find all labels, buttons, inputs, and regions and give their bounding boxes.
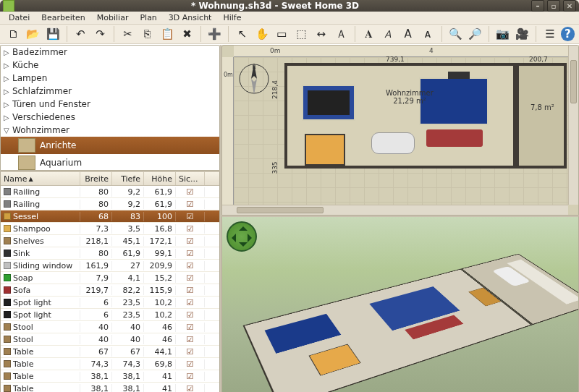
floorplan[interactable]: 739,1200,7218,4335Wohnzimmer21,29 m²7,8 … bbox=[284, 63, 572, 209]
plan-2d-view[interactable]: 0m48 0m N bbox=[221, 45, 579, 216]
toolbar-create-dimensions[interactable]: ↔ bbox=[312, 25, 330, 43]
catalog-category[interactable]: ▷Badezimmer bbox=[1, 46, 219, 59]
table-row[interactable]: Table38,138,141☑ bbox=[1, 370, 219, 383]
table-row[interactable]: Shelves218,145,1172,1☑ bbox=[1, 235, 219, 247]
catalog-category[interactable]: ▷Lampen bbox=[1, 72, 219, 85]
toolbar-create-walls[interactable]: ▭ bbox=[273, 25, 291, 43]
cell-visible-checkbox[interactable]: ☑ bbox=[176, 261, 205, 270]
menu-bearbeiten[interactable]: Bearbeiten bbox=[37, 12, 89, 24]
toolbar-create-rooms[interactable]: ⬚ bbox=[292, 25, 310, 43]
close-button[interactable]: ✕ bbox=[563, 0, 576, 12]
table-row[interactable]: Table74,374,369,8☑ bbox=[1, 358, 219, 370]
room-balcony[interactable] bbox=[516, 63, 567, 169]
table-row[interactable]: Shampoo7,33,516,8☑ bbox=[1, 223, 219, 235]
furniture-dining-table[interactable] bbox=[308, 90, 350, 115]
cell-visible-checkbox[interactable]: ☑ bbox=[176, 237, 205, 246]
table-body[interactable]: Railing809,261,9☑Railing809,261,9☑Sessel… bbox=[1, 186, 219, 392]
cell-visible-checkbox[interactable]: ☑ bbox=[176, 335, 205, 344]
toolbar-smaller[interactable]: ᴀ bbox=[418, 25, 436, 43]
cell-visible-checkbox[interactable]: ☑ bbox=[176, 298, 205, 307]
menu-3d-ansicht[interactable]: 3D Ansicht bbox=[164, 12, 216, 24]
toolbar-add-furniture[interactable]: ➕ bbox=[206, 25, 224, 43]
furniture-catalog[interactable]: ▷Badezimmer▷Küche▷Lampen▷Schlafzimmer▷Tü… bbox=[0, 45, 220, 171]
3d-scene[interactable] bbox=[243, 261, 579, 392]
triangle-down-icon[interactable]: ▽ bbox=[4, 127, 12, 135]
toolbar-cut[interactable]: ✂ bbox=[119, 25, 137, 43]
minimize-button[interactable]: – bbox=[531, 0, 544, 12]
cell-visible-checkbox[interactable]: ☑ bbox=[176, 384, 205, 393]
3d-nav-control[interactable] bbox=[227, 221, 257, 252]
toolbar-bigger[interactable]: A bbox=[399, 25, 417, 43]
toolbar-save[interactable]: 💾 bbox=[43, 25, 62, 43]
cell-visible-checkbox[interactable]: ☑ bbox=[176, 323, 205, 332]
toolbar-undo[interactable]: ↶ bbox=[72, 25, 90, 43]
table-row[interactable]: Spot light623,510,2☑ bbox=[1, 309, 219, 321]
column-sichtbar[interactable]: Sic... bbox=[176, 172, 205, 185]
catalog-category[interactable]: ▷Küche bbox=[1, 59, 219, 72]
table-row[interactable]: Stool404046☑ bbox=[1, 321, 219, 333]
menu-plan[interactable]: Plan bbox=[135, 12, 161, 24]
catalog-item[interactable]: Anrichte bbox=[1, 137, 219, 154]
table-row[interactable]: Stool404046☑ bbox=[1, 333, 219, 346]
menu-mobiliar[interactable]: Mobiliar bbox=[93, 12, 133, 24]
cell-visible-checkbox[interactable]: ☑ bbox=[176, 200, 205, 209]
column-breite[interactable]: Breite bbox=[80, 172, 112, 185]
toolbar-italic[interactable]: 𝘈 bbox=[379, 25, 397, 43]
toolbar-open[interactable]: 📂 bbox=[24, 25, 42, 43]
table-row[interactable]: Sliding window161,927209,9☑ bbox=[1, 260, 219, 272]
table-row[interactable]: Soap7,94,115,2☑ bbox=[1, 272, 219, 284]
table-row[interactable]: Sessel6883100☑ bbox=[1, 210, 219, 223]
table-row[interactable]: Railing809,261,9☑ bbox=[1, 198, 219, 210]
toolbar-photo[interactable]: 📷 bbox=[494, 25, 512, 43]
triangle-right-icon[interactable]: ▷ bbox=[4, 88, 12, 95]
column-name[interactable]: Name▲ bbox=[1, 172, 80, 185]
cell-visible-checkbox[interactable]: ☑ bbox=[176, 273, 205, 283]
cell-visible-checkbox[interactable]: ☑ bbox=[176, 372, 205, 381]
triangle-right-icon[interactable]: ▷ bbox=[4, 48, 12, 56]
maximize-button[interactable]: ▫ bbox=[547, 0, 560, 12]
cell-visible-checkbox[interactable]: ☑ bbox=[176, 286, 205, 295]
toolbar-zoom-in[interactable]: 🔍 bbox=[447, 25, 465, 43]
catalog-category[interactable]: ▷Verschiedenes bbox=[1, 111, 219, 124]
cell-visible-checkbox[interactable]: ☑ bbox=[176, 187, 205, 197]
plan-3d-view[interactable] bbox=[221, 216, 579, 392]
toolbar-video[interactable]: 🎥 bbox=[513, 25, 531, 43]
toolbar-paste[interactable]: 📋 bbox=[159, 25, 177, 43]
toolbar-select[interactable]: ↖ bbox=[233, 25, 251, 43]
toolbar-zoom-out[interactable]: 🔎 bbox=[466, 25, 484, 43]
furniture-tv[interactable] bbox=[448, 72, 470, 79]
plan-scrollbar-horizontal[interactable] bbox=[222, 205, 568, 215]
table-row[interactable]: Railing809,261,9☑ bbox=[1, 186, 219, 198]
table-row[interactable]: Table38,138,141☑ bbox=[1, 383, 219, 392]
toolbar-delete[interactable]: ✖ bbox=[178, 25, 196, 43]
catalog-category[interactable]: ▷Türen und Fenster bbox=[1, 98, 219, 111]
column-tiefe[interactable]: Tiefe bbox=[112, 172, 144, 185]
catalog-category[interactable]: ▷Schlafzimmer bbox=[1, 85, 219, 98]
toolbar-create-text[interactable]: Ａ bbox=[331, 25, 350, 43]
triangle-right-icon[interactable]: ▷ bbox=[4, 61, 12, 69]
cell-visible-checkbox[interactable]: ☑ bbox=[176, 359, 205, 369]
table-row[interactable]: Sofa219,782,2115,9☑ bbox=[1, 284, 219, 297]
cell-visible-checkbox[interactable]: ☑ bbox=[176, 347, 205, 357]
cell-visible-checkbox[interactable]: ☑ bbox=[176, 212, 205, 221]
toolbar-new[interactable]: 🗋 bbox=[4, 25, 22, 43]
catalog-item[interactable]: Aquarium bbox=[1, 154, 219, 171]
triangle-right-icon[interactable]: ▷ bbox=[4, 74, 12, 82]
toolbar-redo[interactable]: ↷ bbox=[91, 25, 109, 43]
toolbar-help[interactable]: ? bbox=[561, 27, 575, 41]
cell-visible-checkbox[interactable]: ☑ bbox=[176, 310, 205, 320]
table-row[interactable]: Table676744,1☑ bbox=[1, 346, 219, 358]
furniture-bathtub[interactable] bbox=[371, 132, 415, 154]
toolbar-pan[interactable]: ✋ bbox=[253, 25, 271, 43]
toolbar-preferences[interactable]: ☰ bbox=[541, 25, 559, 43]
column-hohe[interactable]: Höhe bbox=[144, 172, 176, 185]
catalog-category[interactable]: ▽Wohnzimmer bbox=[1, 124, 219, 137]
furniture-bed[interactable] bbox=[305, 134, 345, 166]
menu-datei[interactable]: Datei bbox=[4, 12, 34, 24]
triangle-right-icon[interactable]: ▷ bbox=[4, 101, 12, 108]
plan-scrollbar-vertical[interactable] bbox=[568, 46, 578, 205]
toolbar-bold[interactable]: 𝐀 bbox=[360, 25, 378, 43]
furniture-sofa[interactable] bbox=[426, 129, 483, 147]
cell-visible-checkbox[interactable]: ☑ bbox=[176, 224, 205, 234]
table-row[interactable]: Sink8061,999,1☑ bbox=[1, 247, 219, 260]
